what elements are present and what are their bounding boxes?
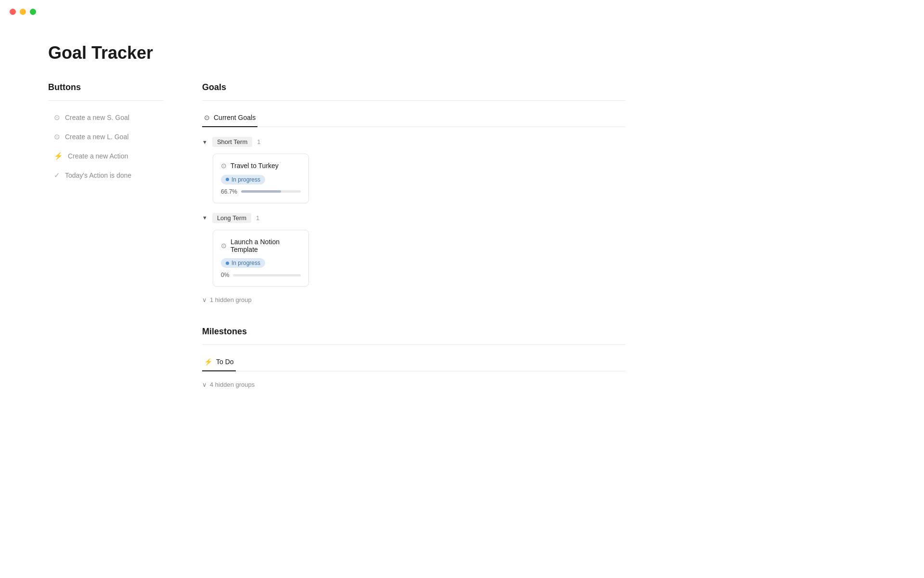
short-term-tag: Short Term — [212, 137, 252, 147]
current-goals-tab-label: Current Goals — [214, 114, 256, 121]
create-l-goal-label: Create a new L. Goal — [65, 133, 128, 141]
tab-current-goals[interactable]: ⊙ Current Goals — [202, 109, 257, 127]
maximize-button[interactable] — [30, 9, 36, 15]
hidden-group-label: 1 hidden group — [210, 296, 252, 303]
buttons-divider — [48, 100, 164, 101]
short-term-cards: ⊙ Travel to Turkey In progress 66.7% — [213, 154, 626, 203]
notion-progress-row: 0% — [221, 272, 301, 278]
goal-card-title-notion: ⊙ Launch a Notion Template — [221, 238, 301, 253]
notion-goal-name: Launch a Notion Template — [231, 238, 301, 253]
goal-card-notion-template[interactable]: ⊙ Launch a Notion Template In progress 0… — [213, 230, 309, 287]
travel-progress-bar-fill — [241, 190, 281, 193]
short-term-count: 1 — [257, 138, 260, 145]
to-do-tab-label: To Do — [216, 358, 234, 366]
create-action-button[interactable]: ⚡ Create a new Action — [48, 147, 164, 165]
goal-s-icon: ⊙ — [54, 113, 60, 122]
travel-status-dot — [226, 178, 229, 181]
milestones-tabs: ⚡ To Do — [202, 353, 626, 371]
travel-goal-icon: ⊙ — [221, 162, 227, 170]
long-term-toggle[interactable]: ▼ — [202, 215, 207, 221]
buttons-heading: Buttons — [48, 82, 164, 92]
goal-card-travel-turkey[interactable]: ⊙ Travel to Turkey In progress 66.7% — [213, 154, 309, 203]
notion-status-label: In progress — [231, 260, 260, 266]
milestones-hidden-groups-label: 4 hidden groups — [210, 381, 255, 388]
long-term-count: 1 — [256, 214, 259, 222]
create-l-goal-button[interactable]: ⊙ Create a new L. Goal — [48, 128, 164, 146]
create-s-goal-button[interactable]: ⊙ Create a new S. Goal — [48, 108, 164, 127]
milestones-hidden-groups-row[interactable]: ∨ 4 hidden groups — [202, 381, 626, 388]
notion-status-dot — [226, 262, 229, 265]
long-term-group-row: ▼ Long Term 1 — [202, 213, 626, 223]
action-icon: ⚡ — [54, 152, 63, 160]
notion-goal-icon: ⊙ — [221, 242, 227, 250]
tab-to-do[interactable]: ⚡ To Do — [202, 353, 236, 371]
current-goals-tab-icon: ⊙ — [204, 114, 210, 121]
milestones-heading: Milestones — [202, 327, 626, 337]
goals-tabs: ⊙ Current Goals — [202, 108, 626, 127]
hidden-group-row[interactable]: ∨ 1 hidden group — [202, 296, 626, 303]
buttons-list: ⊙ Create a new S. Goal ⊙ Create a new L.… — [48, 108, 164, 184]
long-term-tag: Long Term — [212, 213, 251, 223]
travel-goal-name: Travel to Turkey — [231, 162, 279, 170]
notion-status-badge: In progress — [221, 258, 265, 268]
short-term-group-row: ▼ Short Term 1 — [202, 137, 626, 147]
goal-l-icon: ⊙ — [54, 132, 60, 141]
travel-progress-label: 66.7% — [221, 188, 237, 195]
travel-progress-row: 66.7% — [221, 188, 301, 195]
notion-progress-label: 0% — [221, 272, 229, 278]
action-done-button[interactable]: ✓ Today's Action is done — [48, 166, 164, 184]
create-action-label: Create a new Action — [68, 152, 128, 160]
goals-section: Goals ⊙ Current Goals ▼ Short Term 1 — [202, 82, 626, 303]
notion-progress-bar-bg — [233, 274, 301, 276]
goals-divider — [202, 100, 626, 101]
short-term-toggle[interactable]: ▼ — [202, 139, 207, 145]
page-title: Goal Tracker — [48, 43, 626, 63]
close-button[interactable] — [10, 9, 16, 15]
goals-heading: Goals — [202, 82, 626, 92]
travel-progress-bar-bg — [241, 190, 301, 193]
chevron-down-icon: ∨ — [202, 296, 207, 303]
minimize-button[interactable] — [20, 9, 26, 15]
traffic-lights — [0, 0, 924, 24]
milestones-chevron-icon: ∨ — [202, 381, 207, 388]
travel-status-label: In progress — [231, 176, 260, 183]
to-do-tab-icon: ⚡ — [204, 358, 212, 366]
right-panel: Goals ⊙ Current Goals ▼ Short Term 1 — [202, 82, 626, 392]
milestones-divider — [202, 344, 626, 345]
action-done-label: Today's Action is done — [65, 171, 131, 179]
buttons-panel: Buttons ⊙ Create a new S. Goal ⊙ Create … — [48, 82, 164, 184]
milestones-section: Milestones ⚡ To Do ∨ 4 hidden groups — [202, 327, 626, 388]
done-icon: ✓ — [54, 171, 60, 180]
goal-card-title-travel: ⊙ Travel to Turkey — [221, 162, 301, 170]
travel-status-badge: In progress — [221, 175, 265, 184]
long-term-cards: ⊙ Launch a Notion Template In progress 0… — [213, 230, 626, 287]
create-s-goal-label: Create a new S. Goal — [65, 114, 129, 121]
